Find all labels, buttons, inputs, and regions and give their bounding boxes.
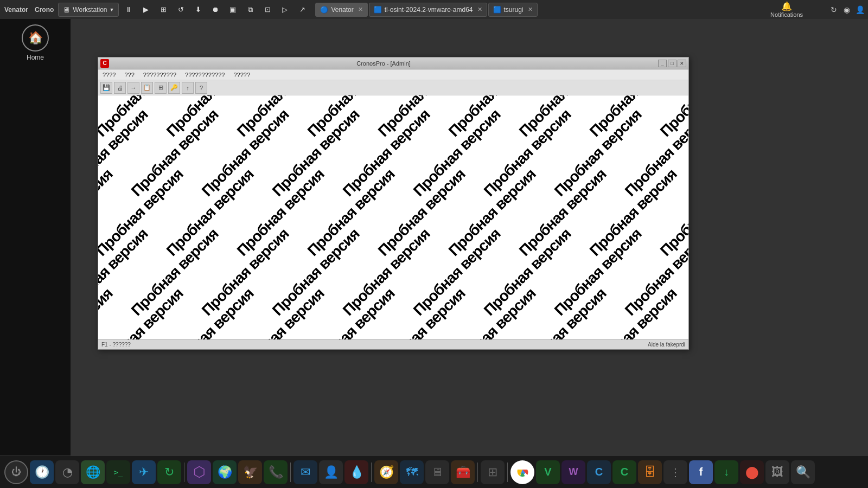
tab-tlosint[interactable]: 🟦 tl-osint-2024.2-vmware-amd64 ✕	[369, 3, 487, 17]
dock-phone-icon[interactable]: 📞	[264, 460, 288, 484]
bell-icon: 🔔	[781, 1, 792, 11]
watermark-container: Пробная версияПробная версияПробная верс…	[98, 95, 688, 339]
dock-v-icon[interactable]: V	[536, 460, 560, 484]
cronos-window: C CronosPro - [Admin] _ □ ✕ ???? ??? ???…	[98, 57, 689, 350]
tab-tsurugi-close[interactable]: ✕	[528, 6, 533, 13]
menu-item-4[interactable]: ????????????	[183, 71, 227, 79]
dock-search-icon[interactable]: 🔍	[791, 460, 815, 484]
dock-c-blue-icon[interactable]: C	[587, 460, 611, 484]
dock-person-icon[interactable]: 👤	[319, 460, 343, 484]
sidebar: 🏠 Home	[0, 19, 71, 455]
taskbar-btn9[interactable]: ⊡	[260, 2, 275, 17]
dock-db-icon[interactable]: 🗄	[638, 460, 662, 484]
tool-btn-3[interactable]: →	[127, 82, 139, 94]
taskbar-btn6[interactable]: ⏺	[208, 2, 223, 17]
dock-terminal-icon[interactable]: >_	[106, 460, 130, 484]
cronos-menubar: ???? ??? ?????????? ???????????? ?????	[98, 69, 688, 80]
dock-telegram-icon[interactable]: ✈	[132, 460, 156, 484]
cronos-content: Пробная версияПробная версияПробная верс…	[98, 95, 688, 339]
workstation-button[interactable]: 🖥 Workstation ▼	[58, 3, 119, 17]
dock: ⏻ 🕐 ◔ 🌐 >_ ✈ ↻ ⬡ 🌍 🦅 📞 ✉ 👤 💧 🧭 🗺 🖥 🧰 ⊞ V…	[0, 455, 868, 488]
tool-btn-2[interactable]: 🖨	[114, 82, 126, 94]
dock-down-icon[interactable]: ↓	[714, 460, 738, 484]
dock-separator-1	[184, 463, 184, 482]
dock-globe-icon[interactable]: 🌐	[81, 460, 105, 484]
taskbar-btn4[interactable]: ↺	[173, 2, 188, 17]
dock-earth-icon[interactable]: 🌍	[213, 460, 237, 484]
taskbar: Venator Crono 🖥 Workstation ▼ ⏸ ▶ ⊞ ↺ ⬇ …	[0, 0, 868, 19]
dock-map-icon[interactable]: 🗺	[400, 460, 424, 484]
tool-btn-4[interactable]: 📋	[141, 82, 153, 94]
dock-monitor-icon[interactable]: 🖥	[425, 460, 449, 484]
taskbar-btn11[interactable]: ↗	[295, 2, 310, 17]
cronos-title: CronosPro - [Admin]	[109, 60, 658, 67]
tab-tsurugi[interactable]: 🟦 tsurugi ✕	[488, 3, 538, 17]
tray-circle-icon[interactable]: ◉	[841, 4, 853, 16]
home-label: Home	[27, 54, 44, 61]
dock-facebook-icon[interactable]: f	[689, 460, 713, 484]
dock-w-icon[interactable]: W	[561, 460, 585, 484]
tab-venator-label: Venator	[331, 6, 353, 14]
tool-btn-1[interactable]: 💾	[100, 82, 112, 94]
tool-btn-7[interactable]: ↑	[182, 82, 194, 94]
app2-label: Crono	[33, 6, 56, 14]
dock-dots-icon[interactable]: ⋮	[663, 460, 687, 484]
dock-portrait-icon[interactable]: 🖼	[765, 460, 789, 484]
notifications-label[interactable]: 🔔 Notifications	[770, 0, 803, 19]
dock-separator-4	[477, 463, 478, 482]
cronos-close-button[interactable]: ✕	[678, 60, 686, 67]
dock-chrome-icon[interactable]	[510, 460, 534, 484]
dock-pie-icon[interactable]: ◔	[55, 460, 79, 484]
taskbar-btn2[interactable]: ▶	[138, 2, 154, 17]
taskbar-btn5[interactable]: ⬇	[190, 2, 206, 17]
tool-btn-6[interactable]: 🔑	[168, 82, 180, 94]
menu-item-5[interactable]: ?????	[231, 71, 252, 79]
menu-item-3[interactable]: ??????????	[141, 71, 178, 79]
menu-item-2[interactable]: ???	[122, 71, 136, 79]
taskbar-btn7[interactable]: ▣	[225, 2, 240, 17]
cronos-titlebar: C CronosPro - [Admin] _ □ ✕	[98, 57, 688, 69]
tab-tsurugi-icon: 🟦	[493, 6, 501, 14]
dock-toolbox-icon[interactable]: 🧰	[451, 460, 475, 484]
watermark-text: Пробная версия	[98, 285, 116, 339]
menu-item-1[interactable]: ????	[100, 71, 118, 79]
status-left: F1 - ??????	[101, 342, 131, 348]
tool-btn-8[interactable]: ?	[195, 82, 207, 94]
tab-tlosint-label: tl-osint-2024.2-vmware-amd64	[385, 6, 473, 14]
dock-mail-icon[interactable]: ✉	[293, 460, 317, 484]
dock-separator-2	[290, 463, 291, 482]
tool-btn-5[interactable]: ⊞	[155, 82, 167, 94]
tab-tlosint-icon: 🟦	[374, 6, 382, 14]
workstation-chevron: ▼	[109, 7, 114, 12]
app1-label: Venator	[2, 6, 30, 14]
dock-red-icon[interactable]: ⬤	[740, 460, 764, 484]
workstation-label: Workstation	[73, 6, 107, 14]
cronos-maximize-button[interactable]: □	[668, 60, 676, 67]
dock-compass-icon[interactable]: 🧭	[374, 460, 398, 484]
pause-button[interactable]: ⏸	[121, 2, 136, 17]
cronos-minimize-button[interactable]: _	[658, 60, 667, 67]
taskbar-btn10[interactable]: ▷	[277, 2, 292, 17]
dock-drop-icon[interactable]: 💧	[344, 460, 368, 484]
taskbar-btn3[interactable]: ⊞	[156, 2, 171, 17]
cronos-window-controls: _ □ ✕	[658, 60, 686, 67]
dock-clock-icon[interactable]: 🕐	[30, 460, 54, 484]
dock-sync-icon[interactable]: ↻	[157, 460, 181, 484]
taskbar-btn8[interactable]: ⧉	[242, 2, 258, 17]
dock-power-icon[interactable]: ⏻	[4, 460, 28, 484]
dock-grid-icon[interactable]: ⊞	[481, 460, 505, 484]
dock-separator-3	[371, 463, 372, 482]
home-button[interactable]: 🏠 Home	[22, 24, 49, 61]
dock-eagle-icon[interactable]: 🦅	[238, 460, 262, 484]
tab-venator-icon: 🔵	[320, 6, 328, 14]
dock-hex-icon[interactable]: ⬡	[187, 460, 211, 484]
tab-venator-close[interactable]: ✕	[358, 6, 363, 13]
tab-venator[interactable]: 🔵 Venator ✕	[315, 3, 367, 17]
dock-c-green-icon[interactable]: C	[612, 460, 636, 484]
tray-refresh-icon[interactable]: ↻	[828, 4, 840, 16]
cronos-app-icon: C	[100, 59, 109, 68]
system-tray: ↻ ◉ 👤	[828, 0, 868, 19]
tab-tlosint-close[interactable]: ✕	[477, 6, 482, 13]
main-area: C CronosPro - [Admin] _ □ ✕ ???? ??? ???…	[71, 19, 868, 455]
tray-person-icon[interactable]: 👤	[854, 4, 866, 16]
